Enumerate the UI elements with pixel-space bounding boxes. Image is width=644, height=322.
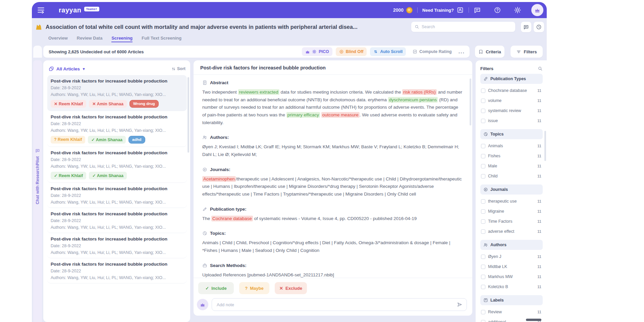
filter-item[interactable]: Male 11 xyxy=(480,161,543,171)
filter-item[interactable]: adverse effect 11 xyxy=(480,226,543,236)
checkbox[interactable] xyxy=(481,174,485,178)
filters-title: Filters xyxy=(480,66,538,71)
filters-button[interactable]: Filters xyxy=(511,46,543,58)
filter-section-header[interactable]: Publication Types xyxy=(480,74,543,84)
filter-item[interactable]: Review 11 xyxy=(480,307,543,317)
filter-item[interactable]: Markhus MW 11 xyxy=(480,272,543,282)
article-item-chips: ✓ Reem Khlaif✓ Amin Shanaa xyxy=(51,172,183,179)
filter-section-header[interactable]: Labels xyxy=(480,295,543,305)
filters-scrollbar[interactable] xyxy=(544,131,546,161)
menu-icon[interactable] xyxy=(37,6,45,14)
filter-item[interactable]: volume 11 xyxy=(480,96,543,106)
status-row: Showing 2,625 Undecided out of 6000 Arti… xyxy=(32,44,547,60)
history-button[interactable] xyxy=(534,22,544,32)
filter-item[interactable]: Fishes 11 xyxy=(480,151,543,161)
checkbox[interactable] xyxy=(481,154,485,158)
checkbox[interactable] xyxy=(481,164,485,168)
tab[interactable]: Screening xyxy=(111,36,132,42)
article-list-item[interactable]: Post-dive risk factors for increased bub… xyxy=(47,258,187,283)
include-button[interactable]: ✓ Include xyxy=(198,282,234,294)
auto-scroll-toggle[interactable]: Auto Scroll xyxy=(370,47,406,56)
filter-section-header[interactable]: Authors xyxy=(480,240,543,250)
rayyan-logo[interactable]: rayyan Teams+ xyxy=(59,6,99,14)
checkbox[interactable] xyxy=(481,109,485,113)
publication-type-text: The Cochrane database of systematic revi… xyxy=(202,215,463,223)
checkbox[interactable] xyxy=(481,119,485,123)
maybe-button[interactable]: ? Maybe xyxy=(239,282,269,294)
article-scrollbar[interactable] xyxy=(470,78,471,125)
article-list-item[interactable]: Post-dive risk factors for increased bub… xyxy=(47,111,187,147)
send-icon[interactable] xyxy=(457,302,463,308)
question-icon: ? xyxy=(245,286,248,291)
filter-item[interactable]: Animals 11 xyxy=(480,141,543,151)
need-training-link[interactable]: Need Training? xyxy=(422,6,464,14)
comments-button[interactable] xyxy=(521,22,531,32)
search-box[interactable] xyxy=(411,22,515,32)
checkbox[interactable] xyxy=(481,209,485,214)
tab[interactable]: Overview xyxy=(48,36,68,42)
checkbox[interactable] xyxy=(481,219,485,224)
chip-include[interactable]: ✓ Reem Khlaif xyxy=(51,172,86,179)
sort-button[interactable]: Sort xyxy=(171,66,185,71)
chip-maybe[interactable]: ? Reem Khlaif xyxy=(51,136,85,144)
filter-item[interactable]: Child 11 xyxy=(480,171,543,181)
article-list-item[interactable]: Post-dive risk factors for increased bub… xyxy=(47,147,187,183)
article-list-item[interactable]: Post-dive risk factors for increased bub… xyxy=(47,183,187,208)
article-item-date: Date: 28-9-2022 xyxy=(51,193,183,198)
filter-item[interactable]: issue 11 xyxy=(480,116,543,126)
checkbox[interactable] xyxy=(481,229,485,234)
search-icon[interactable] xyxy=(538,66,543,71)
checkbox[interactable] xyxy=(481,144,485,148)
tab[interactable]: Full Text Screening xyxy=(142,36,181,42)
topics-section: Topics: Animals | Child | Child, Prescho… xyxy=(202,231,463,254)
compute-rating-button[interactable]: Compute Rating xyxy=(409,47,455,56)
article-list-scrollbar[interactable] xyxy=(187,77,189,153)
horizontal-scrollbar[interactable] xyxy=(526,319,541,321)
feedback-chat-icon[interactable] xyxy=(474,6,481,14)
add-note-input[interactable] xyxy=(217,302,457,307)
filter-section: Publication Types Chochrane database 11 … xyxy=(480,74,543,126)
chat-with-researchpilot-tab[interactable]: Chat with ResearchPilot xyxy=(33,60,42,322)
checkbox[interactable] xyxy=(481,255,485,259)
credits-counter[interactable]: 2000 xyxy=(393,7,413,13)
filter-item[interactable]: therapeutic use 11 xyxy=(480,196,543,206)
criteria-button[interactable]: Criteria xyxy=(475,46,504,58)
chip-label-red[interactable]: Wrong drug xyxy=(129,100,159,108)
filter-item[interactable]: systematic review 11 xyxy=(480,106,543,116)
more-options-button[interactable]: ... xyxy=(459,49,465,55)
checkbox[interactable] xyxy=(481,99,485,103)
pico-toggle[interactable]: PICO xyxy=(302,47,332,56)
help-icon[interactable] xyxy=(494,6,501,14)
article-list-item[interactable]: Post-dive risk factors for increased bub… xyxy=(47,233,187,258)
chip-include[interactable]: ✓ Amin Shanaa xyxy=(88,136,126,144)
filter-item[interactable]: Koletzko B 11 xyxy=(480,282,543,292)
filter-section-header[interactable]: Journals xyxy=(480,184,543,195)
tab[interactable]: Review Data xyxy=(77,36,103,42)
filter-item[interactable]: Øyen J 11 xyxy=(480,252,543,262)
checkbox[interactable] xyxy=(481,275,485,279)
chip-label-blue[interactable]: adhd xyxy=(128,136,145,144)
checkbox[interactable] xyxy=(481,89,485,93)
article-list-item[interactable]: Post-dive risk factors for increased bub… xyxy=(47,75,187,111)
exclude-button[interactable]: ✕ Exclude xyxy=(275,282,307,294)
settings-gear-icon[interactable] xyxy=(514,6,521,14)
checkbox[interactable] xyxy=(481,199,485,204)
blind-toggle[interactable]: Blind Off xyxy=(336,47,367,56)
checkbox[interactable] xyxy=(481,265,485,269)
user-avatar[interactable] xyxy=(531,4,543,16)
all-articles-dropdown[interactable]: All Articles ▾ xyxy=(49,66,85,71)
checkbox[interactable] xyxy=(481,310,485,314)
filter-item[interactable]: Migraine 11 xyxy=(480,206,543,216)
filter-section-header[interactable]: Topics xyxy=(480,129,543,139)
chip-include[interactable]: ✓ Amin Shanaa xyxy=(89,172,127,179)
search-input[interactable] xyxy=(422,24,512,29)
filter-item[interactable]: Midtbø LK 11 xyxy=(480,262,543,272)
chip-exclude[interactable]: ✕ Reem Khlaif xyxy=(51,100,86,108)
checkbox[interactable] xyxy=(481,285,485,289)
filter-item[interactable]: Time Factors 11 xyxy=(480,216,543,226)
filter-item[interactable]: Chochrane database 11 xyxy=(480,86,543,96)
crown-icon xyxy=(534,7,540,13)
checkbox[interactable] xyxy=(481,320,485,322)
article-list-item[interactable]: Post-dive risk factors for increased bub… xyxy=(47,208,187,233)
chip-exclude[interactable]: ✕ Amin Shanaa xyxy=(89,100,127,108)
